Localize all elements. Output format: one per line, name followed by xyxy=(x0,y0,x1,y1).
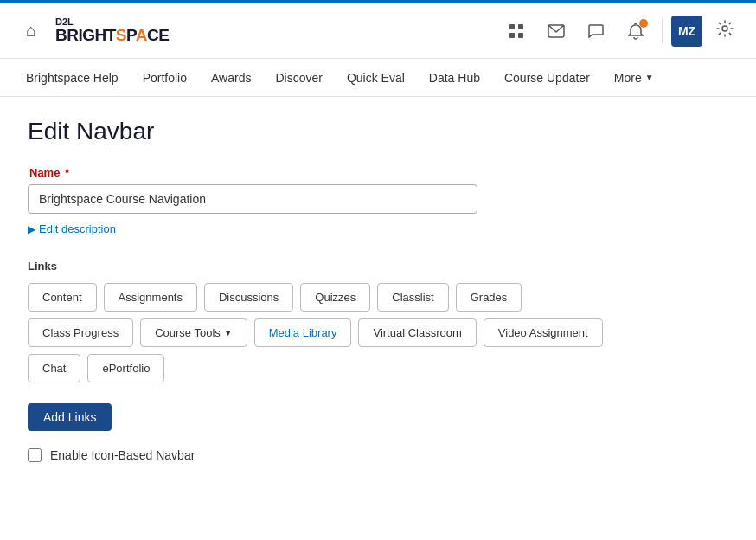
enable-icon-row: Enable Icon-Based Navbar xyxy=(28,448,728,462)
chat-icon xyxy=(587,22,605,40)
link-chip-eportfolio[interactable]: ePortfolio xyxy=(87,354,164,382)
nav-item-awards[interactable]: Awards xyxy=(199,59,263,97)
link-chip-video-assignment[interactable]: Video Assignment xyxy=(484,318,603,347)
link-chip-quizzes[interactable]: Quizzes xyxy=(300,283,370,312)
grid-icon-button[interactable] xyxy=(499,14,534,48)
links-label: Links xyxy=(28,260,728,273)
link-chip-discussions[interactable]: Discussions xyxy=(204,283,293,312)
link-chip-media-library[interactable]: Media Library xyxy=(254,318,352,347)
course-tools-dropdown-icon: ▼ xyxy=(224,328,233,338)
grid-icon xyxy=(508,22,525,40)
svg-rect-0 xyxy=(509,24,515,29)
link-chip-chat[interactable]: Chat xyxy=(28,354,80,382)
logo-highlight: S xyxy=(116,26,126,44)
nav-item-discover[interactable]: Discover xyxy=(263,59,334,97)
email-icon-button[interactable] xyxy=(539,14,573,48)
edit-description-link[interactable]: ▶ Edit description xyxy=(28,222,728,235)
main-content: Edit Navbar Name * ▶ Edit description Li… xyxy=(0,97,756,483)
logo-highlight2: A xyxy=(136,26,147,44)
bell-badge xyxy=(639,19,648,28)
nav-item-portfolio[interactable]: Portfolio xyxy=(131,59,199,97)
nav-item-brightspace-help[interactable]: Brightspace Help xyxy=(14,59,131,97)
nav-item-more[interactable]: More ▼ xyxy=(602,59,666,97)
svg-rect-1 xyxy=(518,24,523,29)
links-row-2: Class Progress Course Tools ▼ Media Libr… xyxy=(28,318,728,347)
link-chip-grades[interactable]: Grades xyxy=(456,283,522,312)
chat-icon-button[interactable] xyxy=(579,14,613,48)
add-links-button[interactable]: Add Links xyxy=(28,403,112,431)
page-title: Edit Navbar xyxy=(28,118,728,145)
chevron-right-icon: ▶ xyxy=(28,223,35,235)
nav-item-quick-eval[interactable]: Quick Eval xyxy=(335,59,417,97)
enable-icon-navbar-checkbox[interactable] xyxy=(28,448,42,462)
settings-icon-button[interactable] xyxy=(708,14,742,48)
app-header: ⌂ D2L BRIGHTSPACE xyxy=(0,3,756,59)
enable-icon-navbar-label[interactable]: Enable Icon-Based Navbar xyxy=(50,448,195,462)
more-chevron-icon: ▼ xyxy=(645,73,654,82)
links-row-1: Content Assignments Discussions Quizzes … xyxy=(28,283,728,312)
links-section: Links Content Assignments Discussions Qu… xyxy=(28,260,728,382)
link-chip-virtual-classroom[interactable]: Virtual Classroom xyxy=(358,318,476,347)
required-indicator: * xyxy=(61,166,69,179)
logo: D2L BRIGHTSPACE xyxy=(55,16,169,45)
link-chip-content[interactable]: Content xyxy=(28,283,97,312)
nav-item-course-updater[interactable]: Course Updater xyxy=(492,59,602,97)
links-row-3: Chat ePortfolio xyxy=(28,354,728,382)
link-chip-course-tools[interactable]: Course Tools ▼ xyxy=(140,318,247,347)
top-navbar: Brightspace Help Portfolio Awards Discov… xyxy=(0,59,756,97)
logo-brightspace: BRIGHTSPACE xyxy=(55,27,169,45)
name-label: Name * xyxy=(28,166,728,179)
gear-icon xyxy=(716,20,734,37)
email-icon xyxy=(548,24,565,38)
course-tools-label: Course Tools xyxy=(155,326,221,339)
more-label: More xyxy=(614,71,642,85)
link-chip-class-progress[interactable]: Class Progress xyxy=(28,318,133,347)
svg-rect-2 xyxy=(509,33,515,38)
link-chip-assignments[interactable]: Assignments xyxy=(104,283,197,312)
link-chip-classlist[interactable]: Classlist xyxy=(377,283,448,312)
avatar-button[interactable]: MZ xyxy=(671,16,702,47)
svg-point-5 xyxy=(722,26,727,31)
svg-rect-3 xyxy=(518,33,523,38)
name-input[interactable] xyxy=(28,184,477,214)
home-button[interactable]: ⌂ xyxy=(14,14,48,48)
nav-item-data-hub[interactable]: Data Hub xyxy=(417,59,492,97)
header-divider xyxy=(662,19,663,43)
bell-icon-button[interactable] xyxy=(618,14,653,48)
